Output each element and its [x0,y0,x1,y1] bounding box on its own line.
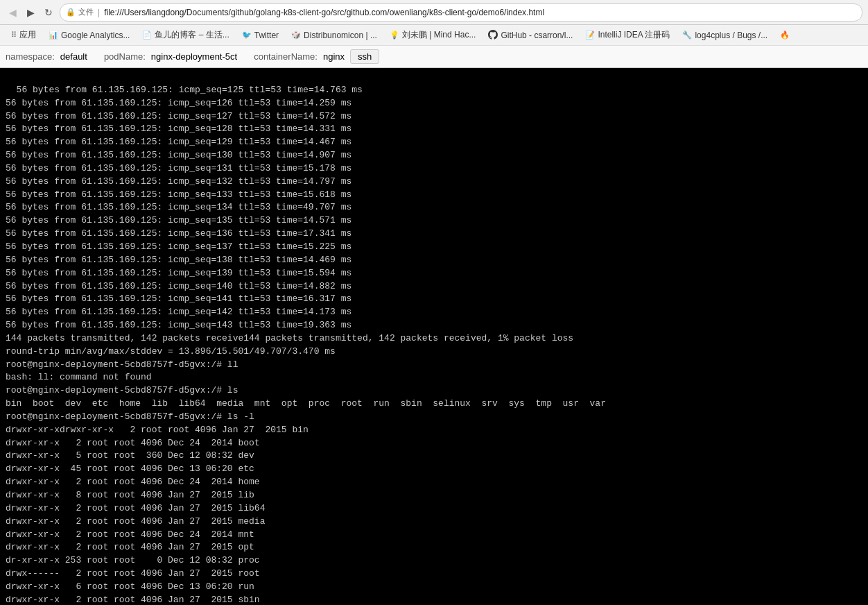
containername-label: containerName: [254,51,318,62]
bookmark-distribu-label: Distribunomicon | ... [304,31,377,40]
bookmark-log4c-label: log4cplus / Bugs /... [695,31,767,40]
intellij-icon: 📝 [585,31,595,40]
lock-icon: 🔒 [66,8,76,17]
blog-icon: 📄 [142,31,152,40]
forward-button[interactable]: ▶ [24,6,37,19]
terminal-output[interactable]: 56 bytes from 61.135.169.125: icmp_seq=1… [0,68,868,605]
bookmark-apps-label: 应用 [19,29,36,41]
containername-value: nginx [323,51,345,62]
bookmark-apps[interactable]: ⠿ 应用 [6,28,42,42]
distribu-icon: 🎲 [291,31,301,40]
bookmark-github-label: GitHub - csarron/l... [501,31,573,40]
log4c-icon: 🔧 [682,31,692,40]
bookmark-log4c[interactable]: 🔧 log4cplus / Bugs /... [677,29,773,42]
analytics-icon: 📊 [49,31,58,40]
bookmark-intellij[interactable]: 📝 IntelliJ IDEA 注册码 [580,28,675,42]
file-label: 文件 [78,7,94,17]
twitter-icon: 🐦 [242,31,252,40]
bookmark-fire[interactable]: 🔥 [774,29,795,41]
apps-icon: ⠿ [11,31,17,40]
podname-label: podName: [104,51,146,62]
namespace-value: default [60,51,87,62]
bookmark-intellij-label: IntelliJ IDEA 注册码 [598,29,670,41]
bookmark-analytics[interactable]: 📊 Google Analytics... [43,29,135,42]
podname-value: nginx-deployment-5ct [151,51,237,62]
terminal-text: 56 bytes from 61.135.169.125: icmp_seq=1… [6,85,606,605]
address-bar[interactable]: 🔒 文件 | file:///Users/liangdong/Documents… [60,3,862,22]
browser-nav-bar: ◀ ▶ ↻ 🔒 文件 | file:///Users/liangdong/Doc… [0,0,868,25]
bookmark-twitter[interactable]: 🐦 Twitter [236,29,284,42]
reload-button[interactable]: ↻ [42,6,55,19]
github-icon [488,30,498,41]
bookmark-distribu[interactable]: 🎲 Distribunomicon | ... [286,29,383,42]
namespace-label: namespace: [6,51,55,62]
mind-icon: 💡 [390,31,399,40]
bookmark-mind-label: 刘未鹏 | Mind Hac... [402,29,476,41]
bookmark-analytics-label: Google Analytics... [61,31,130,40]
fire-icon: 🔥 [780,31,790,40]
url-text: file:///Users/liangdong/Documents/github… [104,8,856,17]
bookmark-twitter-label: Twitter [254,31,279,40]
bookmark-github[interactable]: GitHub - csarron/l... [483,28,578,42]
bookmarks-bar: ⠿ 应用 📊 Google Analytics... 📄 鱼儿的博客 – 生活.… [0,25,868,46]
bookmark-blog-label: 鱼儿的博客 – 生活... [155,29,229,41]
back-button[interactable]: ◀ [6,6,19,19]
bookmark-blog[interactable]: 📄 鱼儿的博客 – 生活... [137,28,234,42]
ssh-button[interactable]: ssh [350,49,379,64]
info-bar: namespace: default podName: nginx-deploy… [0,46,868,68]
address-separator: | [98,8,100,17]
bookmark-mind[interactable]: 💡 刘未鹏 | Mind Hac... [384,28,481,42]
